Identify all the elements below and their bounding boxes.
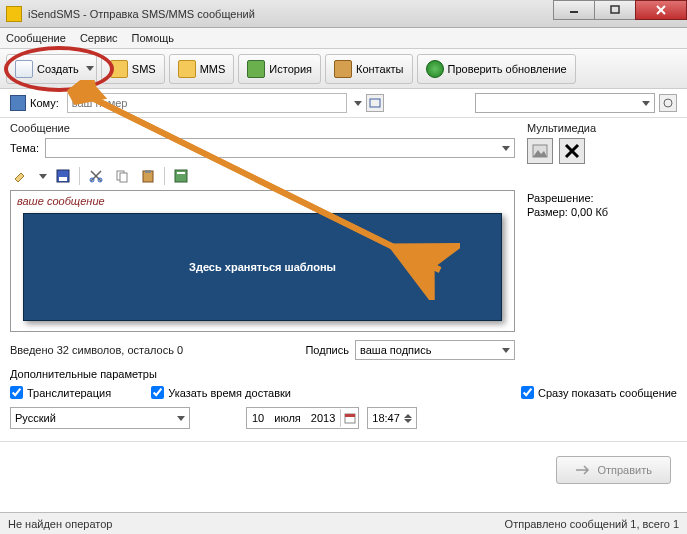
gear-icon [662,97,674,109]
char-count: Введено 32 символов, осталось 0 [10,344,183,356]
check-update-label: Проверить обновление [448,63,567,75]
titlebar: iSendSMS - Отправка SMS/MMS сообщений [0,0,687,28]
chevron-down-icon[interactable] [354,101,362,106]
check-update-button[interactable]: Проверить обновление [417,54,576,84]
minimize-button[interactable] [553,0,595,20]
contacts-button[interactable]: Контакты [325,54,413,84]
delivery-time-input[interactable] [151,386,164,399]
recipient-row: Кому: [0,89,687,118]
send-icon [575,464,591,476]
eraser-icon [13,169,27,183]
copy-button[interactable] [112,166,132,186]
language-value: Русский [15,412,56,424]
delivery-time-checkbox[interactable]: Указать время доставки [151,386,291,399]
translit-label: Транслитерация [27,387,111,399]
contacts-icon [334,60,352,78]
remove-media-button[interactable] [559,138,585,164]
profile-action-button[interactable] [659,94,677,112]
translit-input[interactable] [10,386,23,399]
sms-icon [110,60,128,78]
send-button[interactable]: Отправить [556,456,671,484]
new-icon [15,60,33,78]
add-recipient-button[interactable] [366,94,384,112]
cut-button[interactable] [86,166,106,186]
language-select[interactable]: Русский [10,407,190,429]
maximize-button[interactable] [594,0,636,20]
show-now-checkbox[interactable]: Сразу показать сообщение [521,386,677,399]
create-button[interactable]: Создать [6,54,97,84]
chevron-down-icon [86,66,94,71]
svg-rect-7 [59,177,67,181]
date-day: 10 [247,412,269,424]
date-picker[interactable]: 10 июля 2013 [246,407,359,429]
contacts-label: Контакты [356,63,404,75]
recipient-icon [10,95,26,111]
date-month: июля [269,412,306,424]
recipient-input[interactable] [67,93,347,113]
chevron-down-icon [502,348,510,353]
message-placeholder: ваше сообщение [11,191,514,211]
template-icon [174,169,188,183]
profile-combo[interactable] [475,93,655,113]
template-button[interactable] [171,166,191,186]
paste-button[interactable] [138,166,158,186]
signature-select[interactable]: ваша подпись [355,340,515,360]
create-label: Создать [37,63,79,75]
svg-point-5 [664,99,672,107]
status-left: Не найден оператор [8,518,112,530]
card-icon [369,97,381,109]
copy-icon [115,169,129,183]
theme-combo[interactable] [45,138,515,158]
multimedia-section-label: Мультимедиа [527,122,677,134]
sms-label: SMS [132,63,156,75]
disk-icon [56,169,70,183]
mms-button[interactable]: MMS [169,54,235,84]
sms-button[interactable]: SMS [101,54,165,84]
show-now-label: Сразу показать сообщение [538,387,677,399]
date-year: 2013 [306,412,340,424]
history-icon [247,60,265,78]
toolbar: Создать SMS MMS История Контакты Провери… [0,49,687,89]
calendar-icon[interactable] [340,409,358,427]
time-picker[interactable]: 18:47 [367,407,417,429]
chevron-down-icon[interactable] [39,174,47,179]
svg-rect-11 [120,173,127,182]
message-section-label: Сообщение [10,122,515,134]
window-title: iSendSMS - Отправка SMS/MMS сообщений [28,8,554,20]
image-icon [531,142,549,160]
statusbar: Не найден оператор Отправлено сообщений … [0,512,687,534]
menubar: Сообщение Сервис Помощь [0,28,687,49]
theme-label: Тема: [10,142,39,154]
message-textarea[interactable]: ваше сообщение Здесь храняться шаблоны [10,190,515,332]
chevron-down-icon [177,416,185,421]
svg-rect-15 [177,172,185,174]
resolution-label: Разрешение: [527,192,677,204]
chevron-down-icon [642,101,650,106]
callout-text: Здесь храняться шаблоны [189,261,336,273]
size-label: Размер: 0,00 Кб [527,206,677,218]
svg-rect-21 [345,414,355,417]
svg-rect-14 [175,170,187,182]
translit-checkbox[interactable]: Транслитерация [10,386,111,399]
close-button[interactable] [635,0,687,20]
menu-service[interactable]: Сервис [80,32,118,44]
svg-rect-1 [611,6,619,13]
time-spinner[interactable] [404,414,412,423]
media-info: Разрешение: Размер: 0,00 Кб [527,192,677,218]
status-right: Отправлено сообщений 1, всего 1 [505,518,679,530]
add-media-button[interactable] [527,138,553,164]
svg-rect-4 [370,99,380,107]
update-icon [426,60,444,78]
history-button[interactable]: История [238,54,321,84]
menu-help[interactable]: Помощь [132,32,175,44]
menu-message[interactable]: Сообщение [6,32,66,44]
callout-overlay: Здесь храняться шаблоны [23,213,502,321]
time-value: 18:47 [372,412,400,424]
chevron-down-icon [502,146,510,151]
paste-icon [141,169,155,183]
history-label: История [269,63,312,75]
save-button[interactable] [53,166,73,186]
scissors-icon [89,169,103,183]
undo-button[interactable] [10,166,30,186]
show-now-input[interactable] [521,386,534,399]
